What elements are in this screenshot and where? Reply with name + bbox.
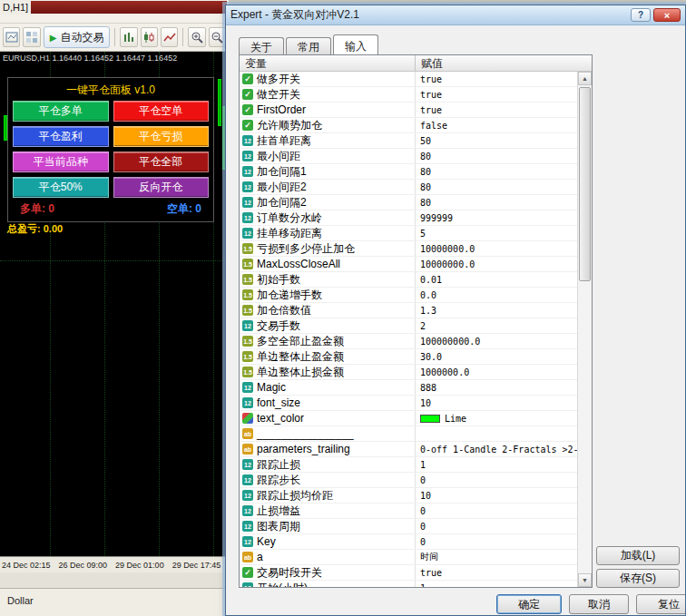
param-row[interactable]: 图表周期0 — [240, 519, 577, 534]
param-row[interactable]: 做空开关true — [240, 87, 577, 103]
param-row[interactable]: 挂单移动距离5 — [240, 226, 577, 241]
param-value[interactable]: 1 — [416, 581, 577, 587]
param-value[interactable]: 999999 — [416, 210, 577, 225]
param-value[interactable]: false — [416, 118, 577, 132]
param-row[interactable]: 跟踪步长0 — [240, 473, 577, 488]
param-row[interactable]: 做多开关true — [240, 72, 577, 87]
param-row[interactable]: 挂首单距离50 — [240, 133, 577, 149]
candlestick-chart-icon[interactable] — [141, 27, 158, 47]
param-row[interactable]: a时间 — [240, 550, 577, 565]
reset-button[interactable]: 复位 — [636, 594, 686, 614]
param-row[interactable]: 亏损到多少停止加仓10000000.0 — [240, 241, 577, 257]
profiles-icon[interactable] — [23, 27, 40, 47]
param-value[interactable]: 50 — [416, 133, 577, 148]
param-value[interactable]: 10000000.0 — [416, 257, 577, 271]
param-value[interactable]: 时间 — [416, 550, 577, 564]
param-row[interactable]: FirstOrdertrue — [240, 103, 577, 118]
time-axis[interactable]: 24 Dec 02:1526 Dec 09:0029 Dec 01:0029 D… — [0, 556, 229, 572]
ok-button[interactable]: 确定 — [496, 594, 562, 614]
help-button[interactable]: ? — [631, 8, 651, 22]
param-row[interactable]: Magic888 — [240, 380, 577, 396]
scroll-down-icon[interactable]: ▼ — [578, 573, 592, 587]
param-row[interactable]: 加仓间隔180 — [240, 164, 577, 180]
param-row[interactable]: 加仓倍数值1.3 — [240, 303, 577, 318]
param-value[interactable]: Lime — [416, 411, 577, 425]
param-value[interactable]: 888 — [416, 380, 577, 395]
param-row[interactable]: 交易时段开关true — [240, 565, 577, 581]
scrollbar[interactable]: ▲ ▼ — [577, 72, 592, 587]
param-value[interactable]: 0-off 1-Candle 2-Fractals >2-... — [416, 442, 577, 456]
param-value[interactable]: 0 — [416, 473, 577, 487]
bar-chart-icon[interactable] — [120, 27, 137, 47]
param-value[interactable]: 2 — [416, 318, 577, 333]
autotrade-button[interactable]: ▶ 自动交易 — [44, 26, 111, 48]
param-row[interactable]: 跟踪止损均价距10 — [240, 488, 577, 504]
chart-area[interactable]: EURUSD,H1 1.16440 1.16452 1.16447 1.1645… — [0, 52, 229, 556]
panel-btn-close-profit[interactable]: 平仓盈利 — [13, 126, 109, 147]
panel-btn-close-long[interactable]: 平仓多单 — [13, 101, 109, 122]
param-value[interactable]: true — [416, 87, 577, 102]
param-value[interactable]: 10000000.0 — [416, 241, 577, 256]
load-button[interactable]: 加载(L) — [596, 546, 680, 565]
panel-btn-close-all[interactable]: 平仓全部 — [113, 152, 210, 172]
save-button[interactable]: 保存(S) — [596, 569, 680, 588]
param-row[interactable]: 最小间距280 — [240, 180, 577, 195]
param-row[interactable]: 交易手数2 — [240, 318, 577, 334]
param-row[interactable]: 最小间距80 — [240, 149, 577, 164]
panel-btn-close-loss[interactable]: 平仓亏损 — [113, 126, 210, 147]
param-value[interactable]: true — [416, 72, 577, 86]
panel-btn-reverse-open[interactable]: 反向开仓 — [113, 177, 210, 198]
param-row[interactable]: 跟踪止损1 — [240, 457, 577, 473]
panel-btn-close-symbol[interactable]: 平当前品种 — [13, 152, 109, 172]
param-row[interactable]: 订单数分水岭999999 — [240, 210, 577, 226]
param-value[interactable]: 0 — [416, 534, 577, 549]
param-row[interactable]: 单边整体止盈金额30.0 — [240, 349, 577, 365]
param-value[interactable]: 30.0 — [416, 349, 577, 364]
param-value[interactable]: 0 — [416, 504, 577, 518]
param-row[interactable]: 开始(小时)1 — [240, 581, 577, 587]
param-value[interactable]: 80 — [416, 164, 577, 179]
cancel-button[interactable]: 取消 — [569, 594, 629, 614]
column-header-variable[interactable]: 变量 — [240, 55, 416, 71]
zoom-in-icon[interactable] — [188, 27, 205, 47]
param-value[interactable]: 10 — [416, 396, 577, 410]
scroll-thumb[interactable] — [579, 87, 591, 281]
param-row[interactable]: MaxLossCloseAll10000000.0 — [240, 257, 577, 272]
param-value[interactable]: 80 — [416, 149, 577, 163]
param-row[interactable]: ________________ — [240, 426, 577, 442]
param-value[interactable]: 0.01 — [416, 272, 577, 287]
param-value[interactable]: 0 — [416, 519, 577, 533]
zoom-out-icon[interactable] — [209, 27, 226, 47]
tab-about[interactable]: 关于 — [239, 37, 284, 54]
param-row[interactable]: 允许顺势加仓false — [240, 118, 577, 133]
param-value[interactable]: 10 — [416, 488, 577, 503]
scroll-up-icon[interactable]: ▲ — [578, 72, 592, 85]
param-value[interactable]: true — [416, 565, 577, 580]
param-value[interactable]: 5 — [416, 226, 577, 240]
param-value[interactable]: 80 — [416, 180, 577, 194]
param-value[interactable] — [416, 426, 577, 441]
param-row[interactable]: font_size10 — [240, 396, 577, 411]
param-value[interactable]: 0.0 — [416, 288, 577, 302]
param-row[interactable]: text_colorLime — [240, 411, 577, 426]
param-row[interactable]: 单边整体止损金额1000000.0 — [240, 365, 577, 380]
param-value[interactable]: 80 — [416, 195, 577, 210]
param-row[interactable]: Key0 — [240, 534, 577, 550]
param-row[interactable]: parameters_trailing0-off 1-Candle 2-Frac… — [240, 442, 577, 457]
param-value[interactable]: 1.3 — [416, 303, 577, 318]
param-value[interactable]: true — [416, 103, 577, 117]
param-row[interactable]: 加仓间隔280 — [240, 195, 577, 210]
panel-btn-close-short[interactable]: 平仓空单 — [113, 101, 210, 122]
param-value[interactable]: 1 — [416, 457, 577, 472]
param-row[interactable]: 初始手数0.01 — [240, 272, 577, 288]
param-row[interactable]: 加仓递增手数0.0 — [240, 288, 577, 303]
column-header-value[interactable]: 赋值 — [416, 55, 592, 71]
param-value[interactable]: 1000000.0 — [416, 365, 577, 379]
param-row[interactable]: 多空全部止盈金额100000000.0 — [240, 334, 577, 349]
param-value[interactable]: 100000000.0 — [416, 334, 577, 348]
tab-common[interactable]: 常用 — [286, 37, 331, 54]
panel-btn-close-half[interactable]: 平仓50% — [13, 177, 109, 198]
line-chart-icon[interactable] — [161, 27, 178, 47]
close-icon[interactable]: × — [653, 8, 681, 22]
param-row[interactable]: 止损增益0 — [240, 504, 577, 519]
